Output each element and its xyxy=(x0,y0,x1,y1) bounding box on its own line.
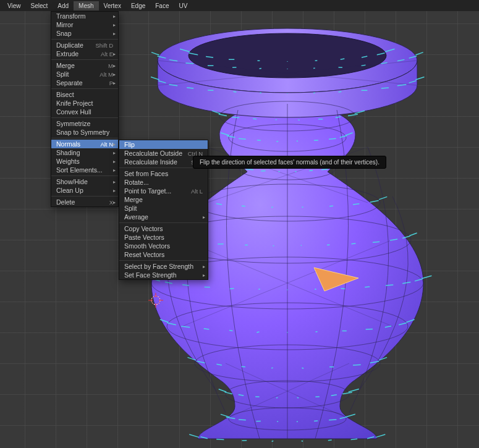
svg-line-84 xyxy=(309,171,313,171)
mesh-menu-shading[interactable]: Shading▸ xyxy=(51,148,118,157)
svg-line-76 xyxy=(276,141,278,142)
chevron-right-icon: ▸ xyxy=(113,150,116,156)
chevron-right-icon: ▸ xyxy=(203,214,205,220)
mesh-menu-split[interactable]: SplitAlt M▸ xyxy=(51,70,118,78)
chevron-right-icon: ▸ xyxy=(203,273,205,278)
svg-line-108 xyxy=(273,245,274,246)
svg-line-177 xyxy=(302,441,303,441)
svg-point-1 xyxy=(189,33,386,78)
svg-line-42 xyxy=(185,63,193,64)
mesh-menu-sort-elements[interactable]: Sort Elements...▸ xyxy=(51,166,118,174)
menubar-item-view[interactable]: View xyxy=(2,1,26,11)
normals-menu-split[interactable]: Split xyxy=(119,204,208,213)
svg-line-105 xyxy=(351,243,355,244)
svg-line-92 xyxy=(370,201,379,203)
mesh-menu-normals[interactable]: NormalsAlt N▸ xyxy=(51,140,118,148)
svg-line-68 xyxy=(232,117,239,118)
svg-line-101 xyxy=(410,233,417,235)
svg-line-31 xyxy=(415,53,423,55)
svg-line-67 xyxy=(253,119,256,119)
normals-menu-select-by-face-strength[interactable]: Select by Face Strength▸ xyxy=(119,262,208,271)
svg-line-162 xyxy=(219,389,226,392)
svg-line-180 xyxy=(216,439,224,440)
mesh-menu-snap[interactable]: Snap▸ xyxy=(51,29,118,38)
normals-menu-point-to-target[interactable]: Point to Target...Alt L xyxy=(119,187,208,195)
svg-line-45 xyxy=(151,53,159,55)
mesh-menu-show-hide[interactable]: Show/Hide▸ xyxy=(51,177,118,186)
svg-line-77 xyxy=(257,140,261,141)
svg-line-163 xyxy=(345,414,355,417)
svg-line-85 xyxy=(295,171,296,172)
svg-line-166 xyxy=(314,421,318,421)
normals-menu-merge[interactable]: Merge xyxy=(119,195,208,204)
chevron-right-icon: ▸ xyxy=(113,167,116,173)
svg-line-176 xyxy=(328,440,332,441)
svg-line-39 xyxy=(260,68,261,69)
normals-menu-average[interactable]: Average▸ xyxy=(119,213,208,221)
chevron-right-icon: ▸ xyxy=(113,63,116,69)
svg-line-124 xyxy=(230,289,234,289)
svg-line-165 xyxy=(329,420,336,420)
chevron-right-icon: ▸ xyxy=(113,200,116,205)
menubar-item-uv[interactable]: UV xyxy=(174,1,193,11)
mesh-menu-duplicate[interactable]: DuplicateShift D xyxy=(51,41,118,49)
svg-line-62 xyxy=(348,114,358,116)
chevron-right-icon: ▸ xyxy=(113,80,116,86)
mesh-menu-delete[interactable]: DeleteX▸ xyxy=(51,198,118,206)
normals-menu-set-from-faces[interactable]: Set from Faces xyxy=(119,169,208,178)
mesh-menu-symmetrize[interactable]: Symmetrize xyxy=(51,119,118,128)
svg-line-118 xyxy=(386,285,393,285)
mesh-menu-merge[interactable]: MergeM▸ xyxy=(51,61,118,70)
normals-menu-flip[interactable]: Flip xyxy=(119,140,208,149)
svg-line-182 xyxy=(189,434,199,437)
menubar-item-select[interactable]: Select xyxy=(26,1,53,11)
svg-line-157 xyxy=(297,397,299,398)
svg-line-55 xyxy=(234,91,237,92)
chevron-right-icon: ▸ xyxy=(203,264,205,269)
svg-line-78 xyxy=(239,138,246,139)
chevron-right-icon: ▸ xyxy=(113,179,116,185)
menubar-item-edge[interactable]: Edge xyxy=(126,1,150,11)
mesh-menu-mirror[interactable]: Mirror▸ xyxy=(51,20,118,29)
chevron-right-icon: ▸ xyxy=(113,22,116,28)
svg-line-153 xyxy=(349,389,359,392)
svg-line-65 xyxy=(298,120,300,120)
svg-line-172 xyxy=(221,414,229,417)
mesh-menu-weights[interactable]: Weights▸ xyxy=(51,157,118,166)
menubar-item-add[interactable]: Add xyxy=(53,1,74,11)
svg-line-170 xyxy=(239,420,246,420)
mesh-menu-clean-up[interactable]: Clean Up▸ xyxy=(51,186,118,195)
svg-line-178 xyxy=(272,441,274,441)
mesh-menu-separate[interactable]: SeparateP▸ xyxy=(51,78,118,87)
normals-menu-paste-vectors[interactable]: Paste Vectors xyxy=(119,233,208,242)
mesh-menu-snap-to-symmetry[interactable]: Snap to Symmetry xyxy=(51,128,118,137)
chevron-right-icon: ▸ xyxy=(113,51,116,57)
menubar-item-mesh[interactable]: Mesh xyxy=(74,1,98,11)
svg-line-145 xyxy=(353,365,361,365)
menu-mesh: Transform▸Mirror▸Snap▸DuplicateShift DEx… xyxy=(51,11,119,207)
svg-line-73 xyxy=(329,138,336,139)
mesh-menu-knife-project[interactable]: Knife Project xyxy=(51,99,118,108)
normals-menu-reset-vectors[interactable]: Reset Vectors xyxy=(119,250,208,259)
normals-menu-copy-vectors[interactable]: Copy Vectors xyxy=(119,224,208,233)
normals-menu-set-face-strength[interactable]: Set Face Strength▸ xyxy=(119,271,208,279)
mesh-menu-transform[interactable]: Transform▸ xyxy=(51,12,118,20)
svg-line-51 xyxy=(339,91,342,92)
svg-line-104 xyxy=(373,242,379,242)
svg-line-138 xyxy=(229,331,232,331)
svg-line-154 xyxy=(342,392,352,394)
svg-line-94 xyxy=(329,206,333,206)
menubar: ViewSelectAddMeshVertexEdgeFaceUV xyxy=(0,0,479,11)
normals-menu-rotate[interactable]: Rotate... xyxy=(119,178,208,187)
mesh-menu-extrude[interactable]: ExtrudeAlt E▸ xyxy=(51,49,118,58)
menubar-item-face[interactable]: Face xyxy=(150,1,174,11)
chevron-right-icon: ▸ xyxy=(113,188,116,193)
mesh-menu-bisect[interactable]: Bisect xyxy=(51,90,118,99)
chevron-right-icon: ▸ xyxy=(113,14,116,19)
mesh-menu-convex-hull[interactable]: Convex Hull xyxy=(51,108,118,116)
normals-menu-smooth-vectors[interactable]: Smooth Vectors xyxy=(119,242,208,250)
svg-line-149 xyxy=(242,366,245,367)
menubar-item-vertex[interactable]: Vertex xyxy=(99,1,126,11)
chevron-right-icon: ▸ xyxy=(113,31,116,36)
svg-line-120 xyxy=(341,289,345,289)
